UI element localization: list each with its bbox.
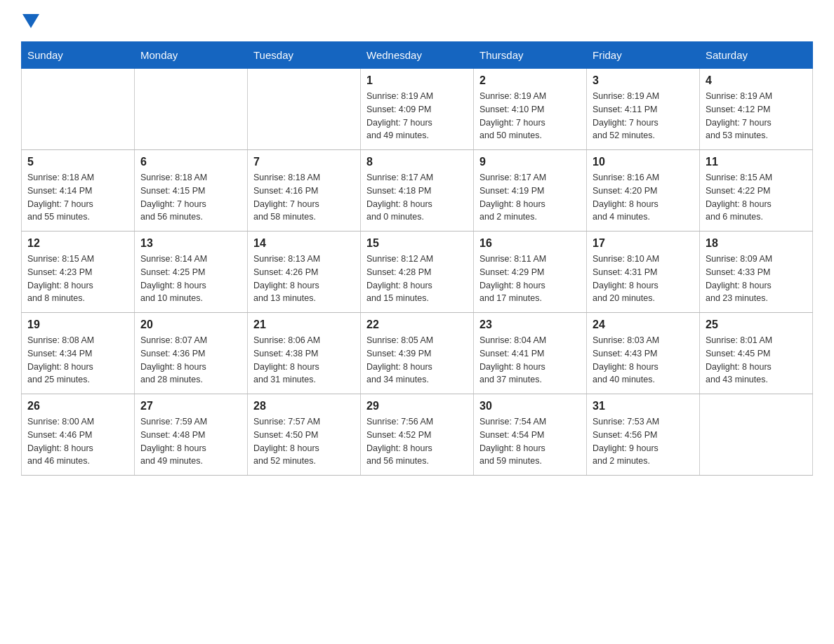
day-number: 28 (253, 400, 355, 412)
calendar-cell: 14Sunrise: 8:13 AM Sunset: 4:26 PM Dayli… (248, 232, 361, 313)
calendar-table: SundayMondayTuesdayWednesdayThursdayFrid… (21, 41, 813, 476)
day-info: Sunrise: 8:05 AM Sunset: 4:39 PM Dayligh… (366, 334, 468, 387)
day-number: 10 (593, 156, 694, 168)
day-info: Sunrise: 8:04 AM Sunset: 4:41 PM Dayligh… (479, 334, 581, 387)
day-info: Sunrise: 8:19 AM Sunset: 4:09 PM Dayligh… (366, 90, 468, 142)
day-info: Sunrise: 7:56 AM Sunset: 4:52 PM Dayligh… (366, 415, 468, 468)
calendar-cell: 2Sunrise: 8:19 AM Sunset: 4:10 PM Daylig… (474, 69, 587, 150)
day-number: 19 (27, 318, 128, 331)
day-info: Sunrise: 8:15 AM Sunset: 4:22 PM Dayligh… (706, 171, 807, 224)
day-number: 31 (593, 400, 694, 412)
weekday-header-tuesday: Tuesday (248, 42, 361, 69)
day-number: 8 (366, 156, 468, 168)
calendar-week-3: 12Sunrise: 8:15 AM Sunset: 4:23 PM Dayli… (22, 232, 813, 313)
day-info: Sunrise: 8:19 AM Sunset: 4:10 PM Dayligh… (479, 90, 581, 142)
calendar-cell: 15Sunrise: 8:12 AM Sunset: 4:28 PM Dayli… (361, 232, 474, 313)
calendar-cell: 19Sunrise: 8:08 AM Sunset: 4:34 PM Dayli… (22, 313, 135, 394)
weekday-header-sunday: Sunday (22, 42, 135, 69)
day-number: 29 (366, 400, 468, 412)
logo-text (21, 14, 39, 34)
day-number: 24 (593, 318, 694, 331)
day-info: Sunrise: 8:18 AM Sunset: 4:14 PM Dayligh… (27, 171, 128, 224)
calendar-cell: 7Sunrise: 8:18 AM Sunset: 4:16 PM Daylig… (248, 150, 361, 232)
weekday-header-row: SundayMondayTuesdayWednesdayThursdayFrid… (22, 42, 813, 69)
calendar-cell: 29Sunrise: 7:56 AM Sunset: 4:52 PM Dayli… (361, 394, 474, 476)
day-info: Sunrise: 7:54 AM Sunset: 4:54 PM Dayligh… (479, 415, 581, 468)
calendar-cell: 3Sunrise: 8:19 AM Sunset: 4:11 PM Daylig… (587, 69, 700, 150)
calendar-cell: 24Sunrise: 8:03 AM Sunset: 4:43 PM Dayli… (587, 313, 700, 394)
calendar-cell: 21Sunrise: 8:06 AM Sunset: 4:38 PM Dayli… (248, 313, 361, 394)
day-number: 18 (706, 237, 807, 250)
calendar-cell: 31Sunrise: 7:53 AM Sunset: 4:56 PM Dayli… (587, 394, 700, 476)
day-info: Sunrise: 7:59 AM Sunset: 4:48 PM Dayligh… (140, 415, 241, 468)
day-number: 27 (140, 400, 241, 412)
calendar-cell: 22Sunrise: 8:05 AM Sunset: 4:39 PM Dayli… (361, 313, 474, 394)
weekday-header-friday: Friday (587, 42, 700, 69)
day-info: Sunrise: 8:03 AM Sunset: 4:43 PM Dayligh… (593, 334, 694, 387)
day-number: 17 (593, 237, 694, 250)
weekday-header-saturday: Saturday (700, 42, 813, 69)
calendar-week-2: 5Sunrise: 8:18 AM Sunset: 4:14 PM Daylig… (22, 150, 813, 232)
day-number: 30 (479, 400, 581, 412)
day-number: 7 (253, 156, 355, 168)
calendar-cell (22, 69, 135, 150)
day-number: 16 (479, 237, 581, 250)
day-number: 13 (140, 237, 241, 250)
logo-triangle-icon (22, 14, 39, 28)
day-info: Sunrise: 7:53 AM Sunset: 4:56 PM Dayligh… (593, 415, 694, 468)
calendar-cell: 26Sunrise: 8:00 AM Sunset: 4:46 PM Dayli… (22, 394, 135, 476)
day-number: 5 (27, 156, 128, 168)
calendar-cell: 25Sunrise: 8:01 AM Sunset: 4:45 PM Dayli… (700, 313, 813, 394)
day-number: 14 (253, 237, 355, 250)
day-number: 12 (27, 237, 128, 250)
calendar-week-1: 1Sunrise: 8:19 AM Sunset: 4:09 PM Daylig… (22, 69, 813, 150)
day-number: 4 (706, 74, 807, 87)
day-number: 22 (366, 318, 468, 331)
calendar-week-5: 26Sunrise: 8:00 AM Sunset: 4:46 PM Dayli… (22, 394, 813, 476)
calendar-cell: 6Sunrise: 8:18 AM Sunset: 4:15 PM Daylig… (135, 150, 248, 232)
calendar-cell: 30Sunrise: 7:54 AM Sunset: 4:54 PM Dayli… (474, 394, 587, 476)
weekday-header-monday: Monday (135, 42, 248, 69)
day-info: Sunrise: 8:19 AM Sunset: 4:12 PM Dayligh… (706, 90, 807, 142)
day-info: Sunrise: 8:16 AM Sunset: 4:20 PM Dayligh… (593, 171, 694, 224)
calendar-cell: 20Sunrise: 8:07 AM Sunset: 4:36 PM Dayli… (135, 313, 248, 394)
day-info: Sunrise: 8:01 AM Sunset: 4:45 PM Dayligh… (706, 334, 807, 387)
day-info: Sunrise: 8:11 AM Sunset: 4:29 PM Dayligh… (479, 253, 581, 305)
calendar-cell: 18Sunrise: 8:09 AM Sunset: 4:33 PM Dayli… (700, 232, 813, 313)
day-number: 6 (140, 156, 241, 168)
day-number: 20 (140, 318, 241, 331)
day-info: Sunrise: 8:09 AM Sunset: 4:33 PM Dayligh… (706, 253, 807, 305)
day-info: Sunrise: 7:57 AM Sunset: 4:50 PM Dayligh… (253, 415, 355, 468)
day-info: Sunrise: 8:15 AM Sunset: 4:23 PM Dayligh… (27, 253, 128, 305)
day-number: 23 (479, 318, 581, 331)
day-info: Sunrise: 8:18 AM Sunset: 4:15 PM Dayligh… (140, 171, 241, 224)
calendar-cell: 8Sunrise: 8:17 AM Sunset: 4:18 PM Daylig… (361, 150, 474, 232)
weekday-header-thursday: Thursday (474, 42, 587, 69)
calendar-cell: 4Sunrise: 8:19 AM Sunset: 4:12 PM Daylig… (700, 69, 813, 150)
day-number: 15 (366, 237, 468, 250)
calendar-cell: 17Sunrise: 8:10 AM Sunset: 4:31 PM Dayli… (587, 232, 700, 313)
logo (21, 14, 39, 34)
calendar-cell: 12Sunrise: 8:15 AM Sunset: 4:23 PM Dayli… (22, 232, 135, 313)
calendar-cell: 10Sunrise: 8:16 AM Sunset: 4:20 PM Dayli… (587, 150, 700, 232)
calendar-cell: 11Sunrise: 8:15 AM Sunset: 4:22 PM Dayli… (700, 150, 813, 232)
calendar-cell: 23Sunrise: 8:04 AM Sunset: 4:41 PM Dayli… (474, 313, 587, 394)
day-number: 2 (479, 74, 581, 87)
calendar-cell (135, 69, 248, 150)
day-info: Sunrise: 8:14 AM Sunset: 4:25 PM Dayligh… (140, 253, 241, 305)
calendar-cell (248, 69, 361, 150)
day-info: Sunrise: 8:12 AM Sunset: 4:28 PM Dayligh… (366, 253, 468, 305)
day-info: Sunrise: 8:07 AM Sunset: 4:36 PM Dayligh… (140, 334, 241, 387)
calendar-cell: 5Sunrise: 8:18 AM Sunset: 4:14 PM Daylig… (22, 150, 135, 232)
day-number: 3 (593, 74, 694, 87)
day-info: Sunrise: 8:13 AM Sunset: 4:26 PM Dayligh… (253, 253, 355, 305)
day-info: Sunrise: 8:00 AM Sunset: 4:46 PM Dayligh… (27, 415, 128, 468)
day-number: 21 (253, 318, 355, 331)
day-info: Sunrise: 8:06 AM Sunset: 4:38 PM Dayligh… (253, 334, 355, 387)
day-info: Sunrise: 8:10 AM Sunset: 4:31 PM Dayligh… (593, 253, 694, 305)
calendar-cell: 9Sunrise: 8:17 AM Sunset: 4:19 PM Daylig… (474, 150, 587, 232)
day-info: Sunrise: 8:18 AM Sunset: 4:16 PM Dayligh… (253, 171, 355, 224)
calendar-week-4: 19Sunrise: 8:08 AM Sunset: 4:34 PM Dayli… (22, 313, 813, 394)
day-number: 11 (706, 156, 807, 168)
calendar-cell: 1Sunrise: 8:19 AM Sunset: 4:09 PM Daylig… (361, 69, 474, 150)
